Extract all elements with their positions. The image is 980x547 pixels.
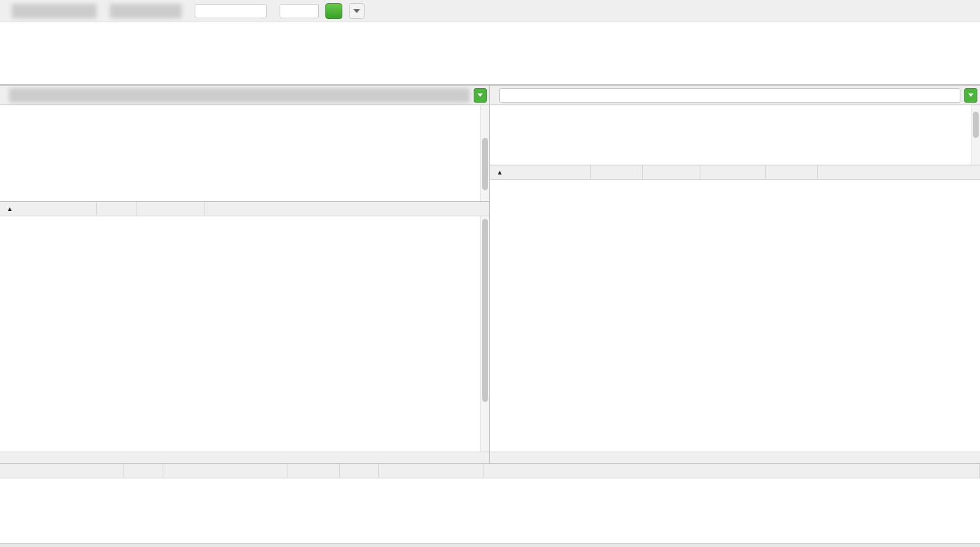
transfer-queue [0, 463, 980, 543]
scrollbar[interactable] [480, 216, 489, 452]
host-input[interactable] [12, 4, 97, 18]
queue-columns-header[interactable] [0, 464, 980, 478]
remote-site-input[interactable] [499, 88, 960, 103]
password-input[interactable] [195, 4, 267, 18]
port-input[interactable] [280, 4, 319, 18]
local-tree[interactable] [0, 105, 489, 202]
scrollbar[interactable] [480, 105, 489, 201]
sort-asc-icon: ▲ [7, 205, 13, 212]
remote-statusbar [490, 452, 980, 463]
remote-tree[interactable] [490, 105, 980, 165]
remote-site-dropdown[interactable] [964, 88, 977, 103]
local-file-list[interactable] [0, 216, 489, 452]
local-pane: ▲ [0, 86, 490, 463]
quickconnect-history-dropdown[interactable] [349, 3, 365, 19]
queue-body[interactable] [0, 478, 980, 543]
local-site-input[interactable] [9, 88, 470, 103]
local-site-dropdown[interactable] [474, 88, 487, 103]
remote-pane: ▲ [490, 86, 980, 463]
connect-toolbar [0, 0, 980, 22]
window-footer [0, 543, 980, 547]
sort-asc-icon: ▲ [497, 169, 503, 176]
remote-columns-header[interactable]: ▲ [490, 165, 980, 180]
log-panel [0, 22, 980, 85]
local-statusbar [0, 452, 489, 463]
username-input[interactable] [110, 4, 182, 18]
remote-file-list[interactable] [490, 180, 980, 452]
local-columns-header[interactable]: ▲ [0, 202, 489, 216]
scrollbar[interactable] [971, 105, 980, 165]
quickconnect-button[interactable] [325, 3, 342, 19]
